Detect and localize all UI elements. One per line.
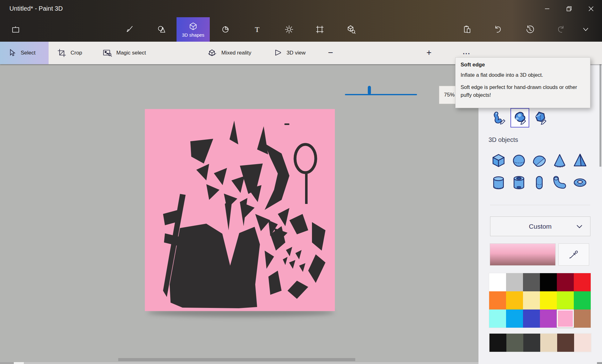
shape-capsule-button[interactable] (531, 174, 548, 191)
shape-curved-pipe-button[interactable] (551, 174, 568, 191)
color-swatch[interactable] (557, 273, 574, 291)
mixed-reality-button[interactable]: Mixed reality (208, 42, 251, 64)
crop-button[interactable]: Crop (57, 42, 82, 64)
select-button[interactable]: Select (0, 42, 49, 64)
color-swatch[interactable] (489, 334, 506, 352)
stickers-button[interactable] (214, 17, 237, 42)
redo-button[interactable] (550, 17, 573, 42)
effects-icon (284, 25, 294, 34)
drawing-canvas[interactable] (145, 109, 335, 311)
shape-pyramid-button[interactable] (571, 152, 589, 169)
magic-select-icon (103, 49, 112, 57)
color-swatch[interactable] (506, 334, 523, 352)
canvas-icon (315, 25, 325, 34)
2d-shapes-icon (157, 25, 166, 34)
paint3d-window: Untitled* - Paint 3D 3D shapes (0, 0, 602, 364)
color-swatch[interactable] (523, 334, 540, 352)
menu-icon (11, 25, 20, 34)
paste-button[interactable] (456, 17, 478, 42)
sphere-icon (511, 153, 527, 169)
color-swatch[interactable] (489, 309, 506, 328)
undo-icon (493, 25, 502, 34)
zoom-out-button[interactable]: − (328, 42, 333, 64)
hard-edge-doodle-button[interactable] (531, 108, 550, 127)
eyedropper-button[interactable] (558, 243, 589, 266)
zoom-slider-thumb[interactable] (368, 86, 371, 95)
soft-edge-doodle-icon (513, 111, 527, 125)
color-swatch[interactable] (489, 291, 506, 309)
color-swatch[interactable] (574, 291, 591, 309)
history-icon (525, 25, 535, 34)
effects-button[interactable] (278, 17, 300, 42)
zoom-percent-label: 75% (444, 92, 455, 98)
color-palette (489, 273, 591, 328)
color-swatch[interactable] (557, 334, 574, 352)
tab-3d-shapes[interactable]: 3D shapes (177, 17, 210, 42)
color-swatch[interactable] (540, 309, 557, 328)
color-swatch[interactable] (557, 291, 574, 309)
cylinder-icon (491, 175, 506, 190)
current-color-swatch[interactable] (490, 243, 556, 266)
cone-icon (552, 153, 568, 169)
shape-cone-button[interactable] (551, 152, 568, 169)
zoom-in-button[interactable]: + (426, 42, 431, 64)
tooltip-body-1: Inflate a flat doodle into a 3D object. (461, 71, 585, 79)
color-swatch[interactable] (574, 334, 591, 352)
shape-torus-button[interactable] (571, 174, 589, 191)
color-swatch[interactable] (523, 291, 540, 309)
color-swatch[interactable] (506, 273, 523, 291)
select-cursor-icon (8, 49, 16, 57)
magic-select-button[interactable]: Magic select (103, 42, 146, 64)
color-swatch[interactable] (574, 309, 591, 328)
color-swatch[interactable] (574, 273, 591, 291)
brush-tools-button[interactable] (118, 17, 141, 42)
bottom-strip-left (0, 362, 14, 364)
canvas-button[interactable] (309, 17, 331, 42)
color-swatch[interactable] (540, 334, 557, 352)
mixed-reality-icon (208, 49, 217, 57)
color-swatch[interactable] (523, 309, 540, 328)
soft-edge-doodle-button[interactable] (510, 108, 529, 127)
color-swatch[interactable] (489, 273, 506, 291)
menu-button[interactable] (4, 17, 27, 42)
history-button[interactable] (519, 17, 541, 42)
shape-cube-button[interactable] (490, 152, 507, 169)
cube-icon (491, 153, 506, 169)
close-button[interactable] (581, 0, 601, 17)
3d-view-button[interactable]: 3D view (273, 42, 305, 64)
brush-icon (125, 25, 134, 34)
3d-library-button[interactable] (340, 17, 362, 42)
shape-sphere-button[interactable] (510, 152, 528, 169)
minimize-button[interactable] (537, 0, 557, 17)
title-bar[interactable]: Untitled* - Paint 3D (0, 0, 602, 17)
shape-cylinder-button[interactable] (490, 174, 507, 191)
horizontal-scrollbar[interactable] (118, 358, 355, 361)
3d-objects-label: 3D objects (488, 136, 518, 143)
capsule-icon (531, 175, 547, 190)
color-swatch[interactable] (557, 309, 574, 328)
expand-toolbar-button[interactable] (574, 17, 597, 42)
sharp-edge-doodle-button[interactable] (490, 108, 509, 127)
color-swatch[interactable] (540, 291, 557, 309)
zoom-slider-track[interactable] (345, 94, 417, 95)
restore-button[interactable] (559, 0, 579, 17)
sharp-edge-doodle-icon (493, 111, 506, 125)
svg-text:T: T (255, 25, 260, 34)
minimize-icon (544, 5, 551, 12)
stickers-icon (221, 25, 230, 34)
magic-select-label: Magic select (116, 50, 146, 56)
scrollbar-corner (597, 362, 602, 364)
color-swatch[interactable] (506, 291, 523, 309)
shape-hemisphere-button[interactable] (531, 152, 548, 169)
2d-shapes-button[interactable] (150, 17, 173, 42)
color-swatch[interactable] (523, 273, 540, 291)
color-swatch[interactable] (540, 273, 557, 291)
text-tool-button[interactable]: T (246, 17, 268, 42)
shape-tube-button[interactable] (510, 174, 528, 191)
undo-button[interactable] (486, 17, 509, 42)
color-swatch[interactable] (506, 309, 523, 328)
paste-icon (462, 25, 472, 34)
restore-icon (566, 5, 573, 12)
panel-scrollbar[interactable] (599, 47, 601, 167)
custom-dropdown[interactable]: Custom (490, 216, 590, 236)
